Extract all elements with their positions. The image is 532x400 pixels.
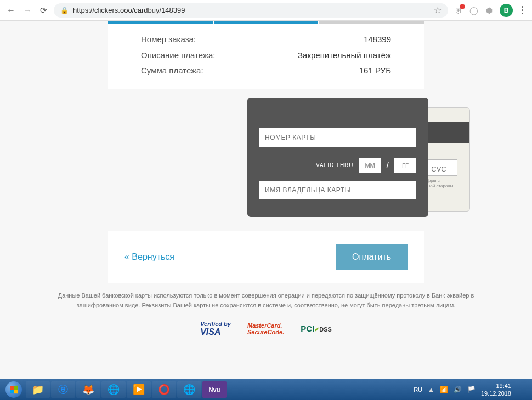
security-disclaimer: Данные Вашей банковской карты используют… (0, 283, 532, 321)
address-bar[interactable]: 🔒 https://clickers.ooo/cardbuy/148399 ☆ (54, 3, 448, 18)
valid-thru-label: VALID THRU (316, 162, 354, 168)
language-indicator[interactable]: RU (414, 386, 422, 393)
expiry-slash: / (387, 161, 389, 170)
mastercard-securecode-logo: MasterCard. SecureCode. (247, 322, 284, 335)
payment-panel: Номер заказа: 148399 Описание платежа: З… (108, 21, 424, 283)
url-text: https://clickers.ooo/cardbuy/148399 (73, 6, 185, 14)
start-button[interactable] (2, 380, 25, 399)
card-front-visual: VALID THRU / (247, 98, 428, 217)
verified-by-visa-logo: Verified by VISA (200, 321, 231, 337)
browser-menu-icon[interactable] (518, 6, 527, 14)
back-arrow-icon[interactable]: ← (5, 5, 16, 16)
payment-logos: Verified by VISA MasterCard. SecureCode.… (0, 321, 532, 348)
order-sum-label: Сумма платежа: (141, 63, 203, 79)
tray-flag-icon[interactable]: 🏳️ (467, 386, 476, 393)
expiry-month-input[interactable] (359, 158, 381, 173)
action-bar: « Вернуться Оплатить (108, 231, 424, 283)
expiry-year-input[interactable] (394, 158, 416, 173)
card-number-input[interactable] (259, 128, 416, 147)
order-number-value: 148399 (364, 32, 391, 48)
profile-avatar[interactable]: В (500, 4, 513, 17)
extension-shield-icon[interactable]: ⛨ (454, 5, 463, 15)
pci-dss-logo: PCI✔DSS (301, 324, 332, 333)
cardholder-name-input[interactable] (259, 181, 416, 199)
tray-volume-icon[interactable]: 🔊 (454, 386, 462, 393)
order-desc-value: Закрепительный платёж (298, 48, 391, 64)
taskbar-clock[interactable]: 19:41 19.12.2018 (481, 382, 511, 398)
extension-shield2-icon[interactable]: ⬢ (484, 5, 494, 15)
taskbar-chrome2-icon[interactable]: 🌐 (177, 381, 201, 398)
browser-toolbar: ← → ⟳ 🔒 https://clickers.ooo/cardbuy/148… (0, 0, 532, 21)
lock-icon: 🔒 (60, 7, 69, 14)
taskbar-firefox-icon[interactable]: 🦊 (76, 381, 100, 398)
tray-up-icon[interactable]: ▲ (428, 386, 434, 393)
forward-arrow-icon[interactable]: → (22, 5, 33, 16)
tray-network-icon[interactable]: 📶 (440, 386, 448, 393)
back-link[interactable]: « Вернуться (124, 252, 174, 262)
extension-circle-icon[interactable]: ◯ (469, 5, 479, 15)
card-entry-area: Три цифры с оборотной стороны карты VALI… (108, 89, 424, 231)
order-number-label: Номер заказа: (141, 32, 196, 48)
taskbar-ie-icon[interactable]: ⓔ (51, 381, 75, 398)
order-sum-value: 161 РУБ (359, 63, 391, 79)
progress-steps (108, 21, 424, 24)
order-summary: Номер заказа: 148399 Описание платежа: З… (108, 24, 424, 89)
windows-taskbar: 📁 ⓔ 🦊 🌐 ▶️ ⭕ 🌐 Nvu RU ▲ 📶 🔊 🏳️ 19:41 19.… (0, 379, 532, 400)
taskbar-chrome-icon[interactable]: 🌐 (101, 381, 126, 398)
taskbar-explorer-icon[interactable]: 📁 (26, 381, 50, 398)
pay-button[interactable]: Оплатить (336, 244, 408, 270)
page-content: Номер заказа: 148399 Описание платежа: З… (0, 21, 532, 379)
taskbar-opera-icon[interactable]: ⭕ (152, 381, 176, 398)
taskbar-nvu-icon[interactable]: Nvu (202, 381, 227, 398)
show-desktop-button[interactable] (520, 379, 525, 400)
taskbar-media-icon[interactable]: ▶️ (127, 381, 151, 398)
reload-icon[interactable]: ⟳ (38, 5, 48, 15)
order-desc-label: Описание платежа: (141, 48, 216, 64)
bookmark-star-icon[interactable]: ☆ (434, 5, 442, 15)
